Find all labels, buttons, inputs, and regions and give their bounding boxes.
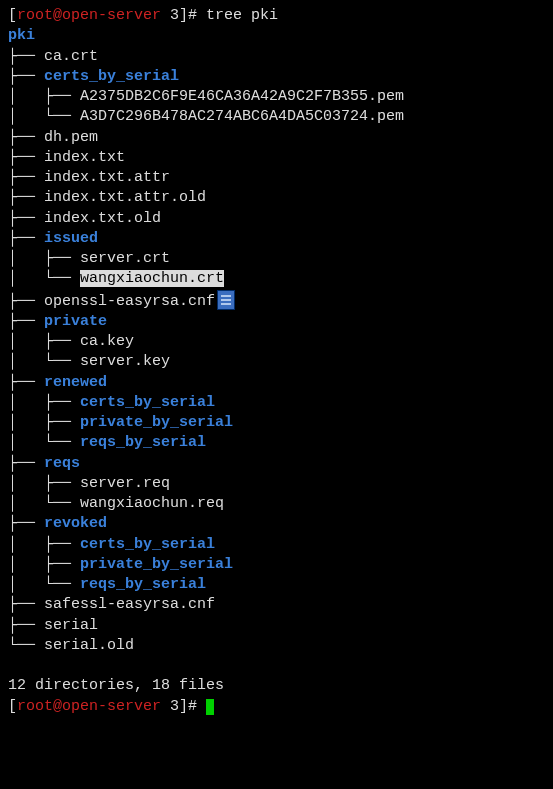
tree-row: ├── serial — [8, 616, 545, 636]
terminal[interactable]: [root@open-server 3]# tree pki pki ├── c… — [8, 6, 545, 717]
tree-row: │ └── A3D7C296B478AC274ABC6A4DA5C03724.p… — [8, 107, 545, 127]
tree-row: │ └── wangxiaochun.crt — [8, 269, 545, 289]
tree-row: │ ├── private_by_serial — [8, 555, 545, 575]
tree-row: │ └── server.key — [8, 352, 545, 372]
tree-row: ├── revoked — [8, 514, 545, 534]
tree-row: │ └── reqs_by_serial — [8, 433, 545, 453]
tree-row: ├── renewed — [8, 373, 545, 393]
tree-root: pki — [8, 26, 545, 46]
tree-row: │ ├── private_by_serial — [8, 413, 545, 433]
tree-row: ├── private — [8, 312, 545, 332]
command-text: tree pki — [206, 7, 278, 24]
tree-row: │ ├── certs_by_serial — [8, 535, 545, 555]
selected-file: wangxiaochun.crt — [80, 270, 224, 287]
tree-row: ├── openssl-easyrsa.cnf — [8, 290, 545, 312]
tree-row: └── serial.old — [8, 636, 545, 656]
tree-row: ├── dh.pem — [8, 128, 545, 148]
tree-row: │ ├── ca.key — [8, 332, 545, 352]
tree-row: ├── index.txt — [8, 148, 545, 168]
cursor-icon — [206, 699, 214, 715]
document-icon — [217, 290, 235, 310]
tree-row: ├── issued — [8, 229, 545, 249]
prompt-line-1: [root@open-server 3]# tree pki — [8, 6, 545, 26]
tree-row: │ └── wangxiaochun.req — [8, 494, 545, 514]
prompt-line-2[interactable]: [root@open-server 3]# — [8, 697, 545, 717]
tree-row: ├── index.txt.attr — [8, 168, 545, 188]
blank-line — [8, 656, 545, 676]
tree-row: │ ├── server.crt — [8, 249, 545, 269]
tree-row: │ ├── server.req — [8, 474, 545, 494]
tree-row: ├── certs_by_serial — [8, 67, 545, 87]
tree-row: ├── reqs — [8, 454, 545, 474]
tree-row: │ ├── A2375DB2C6F9E46CA36A42A9C2F7B355.p… — [8, 87, 545, 107]
tree-row: ├── safessl-easyrsa.cnf — [8, 595, 545, 615]
tree-row: ├── ca.crt — [8, 47, 545, 67]
tree-row: ├── index.txt.old — [8, 209, 545, 229]
summary-line: 12 directories, 18 files — [8, 676, 545, 696]
tree-row: │ └── reqs_by_serial — [8, 575, 545, 595]
tree-row: │ ├── certs_by_serial — [8, 393, 545, 413]
tree-row: ├── index.txt.attr.old — [8, 188, 545, 208]
